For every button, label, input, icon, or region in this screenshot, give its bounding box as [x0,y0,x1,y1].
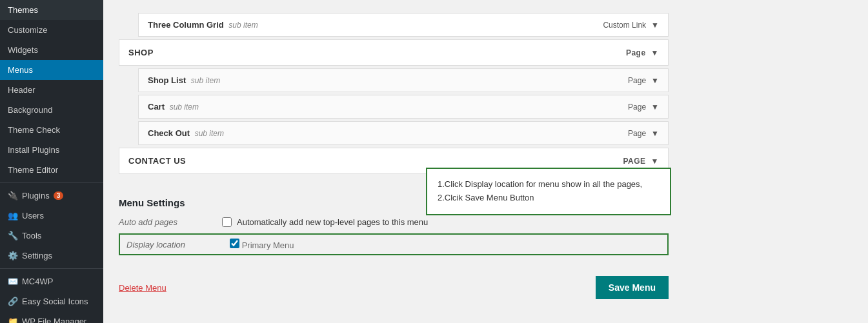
file-manager-icon: 📁 [8,317,18,323]
sidebar-item-label: Theme Editor [8,165,58,175]
sidebar-item-theme-check[interactable]: Theme Check [0,120,103,140]
contact-us-label: CONTACT US [128,156,186,166]
sidebar-divider [0,182,103,183]
plugin-icon: 🔌 [8,191,18,201]
auto-add-description: Automatically add new top-level pages to… [237,217,428,227]
cart-item[interactable]: Cart sub item Page ▼ [138,95,669,119]
sidebar-item-mc4wp[interactable]: ✉️ MC4WP [0,271,103,291]
cart-dropdown[interactable]: ▼ [651,103,659,112]
settings-icon: ⚙️ [8,251,18,260]
mc4wp-icon: ✉️ [8,277,18,286]
sidebar-item-label: Customize [8,25,47,35]
footer-row: Delete Menu Save Menu [119,276,669,299]
sidebar-item-label: Header [8,85,35,95]
three-column-grid-right: Custom Link ▼ [603,21,659,30]
checkout-label: Check Out sub item [148,128,224,138]
sidebar-item-menus[interactable]: Menus [0,60,103,80]
primary-menu-label[interactable]: Primary Menu [242,240,294,250]
social-icon: 🔗 [8,297,18,306]
sidebar-item-label: Background [8,105,52,115]
shop-dropdown[interactable]: ▼ [651,48,659,57]
sidebar-item-label: Theme Check [8,125,60,135]
shop-right: Page ▼ [626,48,659,57]
tools-icon: 🔧 [8,231,18,240]
sidebar-item-widgets[interactable]: Widgets [0,40,103,60]
shop-list-dropdown[interactable]: ▼ [651,76,659,85]
cart-label: Cart sub item [148,102,199,112]
contact-us-dropdown[interactable]: ▼ [651,157,659,166]
sidebar-item-label: Tools [22,231,41,240]
sidebar-item-easy-social-icons[interactable]: 🔗 Easy Social Icons [0,291,103,311]
plugins-badge: 3 [54,191,64,200]
primary-menu-checkbox[interactable] [230,239,239,248]
three-column-grid-dropdown[interactable]: ▼ [651,21,659,30]
cart-right: Page ▼ [628,103,659,112]
delete-menu-link[interactable]: Delete Menu [119,283,167,293]
auto-add-label: Auto add pages [119,217,222,227]
display-location-content: Primary Menu [230,239,307,250]
auto-add-content: Automatically add new top-level pages to… [222,217,428,227]
sidebar-item-label: Install Plugins [8,145,59,155]
auto-add-row: Auto add pages Automatically add new top… [119,217,669,227]
sidebar-item-customize[interactable]: Customize [0,20,103,40]
auto-add-checkbox[interactable] [222,217,232,227]
sidebar-item-label: Menus [8,65,33,75]
sidebar-item-label: Users [22,211,44,220]
callout-line1: 1.Click Display location for menu show i… [438,178,660,191]
checkout-item[interactable]: Check Out sub item Page ▼ [138,121,669,145]
sidebar-divider-2 [0,268,103,269]
save-menu-button[interactable]: Save Menu [596,276,669,299]
content-area: Three Column Grid sub item Custom Link ▼… [103,0,684,312]
sidebar-item-label: Easy Social Icons [22,297,88,306]
sidebar: Themes Customize Widgets Menus Header Ba… [0,0,103,323]
three-column-grid-label: Three Column Grid sub item [148,20,258,30]
checkout-right: Page ▼ [628,129,659,138]
three-column-grid-item[interactable]: Three Column Grid sub item Custom Link ▼ [138,13,669,37]
sidebar-item-plugins[interactable]: 🔌 Plugins 3 [0,186,103,206]
sidebar-item-label: Themes [8,5,38,15]
checkout-dropdown[interactable]: ▼ [651,129,659,138]
sidebar-item-label: WP File Manager [22,317,86,323]
sidebar-item-theme-editor[interactable]: Theme Editor [0,160,103,180]
callout-line2: 2.Clcik Save Menu Button [438,191,660,205]
sidebar-item-users[interactable]: 👥 Users [0,206,103,226]
sidebar-item-label: MC4WP [22,277,53,286]
shop-list-item[interactable]: Shop List sub item Page ▼ [138,68,669,92]
shop-section-header[interactable]: SHOP Page ▼ [119,39,669,66]
sidebar-item-settings[interactable]: ⚙️ Settings [0,246,103,266]
sidebar-item-label: Plugins [22,191,50,201]
sidebar-item-background[interactable]: Background [0,100,103,120]
sidebar-item-wp-file-manager[interactable]: 📁 WP File Manager [0,311,103,323]
shop-label: SHOP [128,48,154,57]
display-location-row: Display location Primary Menu [119,233,669,255]
sidebar-item-themes[interactable]: Themes [0,0,103,20]
sidebar-item-tools[interactable]: 🔧 Tools [0,226,103,246]
shop-list-right: Page ▼ [628,76,659,85]
sidebar-item-label: Widgets [8,45,38,55]
main-content: Three Column Grid sub item Custom Link ▼… [103,0,868,323]
users-icon: 👥 [8,211,18,220]
sidebar-item-install-plugins[interactable]: Install Plugins [0,140,103,160]
sidebar-item-label: Settings [22,251,52,260]
contact-us-right: Page ▼ [623,157,659,166]
callout-box: 1.Click Display location for menu show i… [426,168,671,215]
shop-list-label: Shop List sub item [148,75,220,85]
sidebar-item-header[interactable]: Header [0,80,103,100]
display-location-label: Display location [126,240,217,250]
